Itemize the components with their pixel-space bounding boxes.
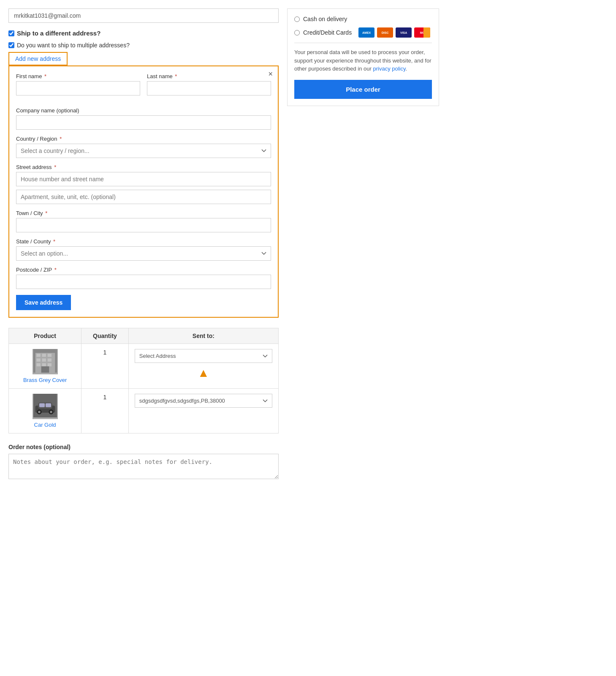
street-label: Street address *: [16, 164, 271, 170]
state-group: State / County * Select an option...: [16, 238, 271, 261]
city-group: Town / City *: [16, 210, 271, 232]
card-label: Credit/Debit Cards: [303, 29, 352, 36]
amex-icon: AMEX: [358, 27, 374, 38]
sent-to-cell-0: Select Address▲: [128, 344, 278, 389]
ship-different-label[interactable]: Ship to a different address?: [8, 30, 279, 37]
last-name-input[interactable]: [147, 81, 271, 95]
personal-data-text: Your personal data will be used to proce…: [294, 48, 432, 73]
svg-rect-15: [39, 403, 45, 407]
svg-rect-16: [46, 403, 51, 407]
product-cell-1: Car Gold: [9, 389, 81, 433]
visa-icon: VISA: [396, 27, 412, 38]
col-sent-to: Sent to:: [128, 328, 278, 344]
place-order-button[interactable]: Place order: [294, 80, 432, 99]
mastercard-icon: MC: [414, 27, 430, 38]
order-notes-textarea[interactable]: [8, 454, 279, 479]
svg-rect-8: [36, 363, 40, 366]
card-radio[interactable]: [294, 30, 300, 35]
ship-different-checkbox[interactable]: [8, 30, 14, 36]
postcode-group: Postcode / ZIP *: [16, 267, 271, 289]
svg-point-20: [50, 411, 52, 413]
sent-to-cell-1: sdgsdgsdfgvsd,sdgsdfgs,PB,38000: [128, 389, 278, 433]
country-label: Country / Region *: [16, 136, 271, 142]
state-select[interactable]: Select an option...: [16, 246, 271, 261]
country-group: Country / Region * Select a country / re…: [16, 136, 271, 158]
svg-rect-7: [47, 358, 51, 361]
postcode-input[interactable]: [16, 275, 271, 289]
svg-rect-2: [36, 354, 40, 357]
svg-rect-3: [42, 354, 46, 357]
col-quantity: Quantity: [81, 328, 129, 344]
svg-rect-10: [47, 363, 51, 366]
close-form-button[interactable]: ×: [268, 70, 273, 79]
cash-option: Cash on delivery: [294, 16, 432, 22]
discover-icon: DISC: [377, 27, 393, 38]
first-name-label: First name *: [16, 73, 140, 79]
product-name-link-0[interactable]: Brass Grey Cover: [23, 377, 67, 383]
products-table: Product Quantity Sent to:: [8, 328, 279, 433]
order-notes-section: Order notes (optional): [8, 444, 279, 480]
state-label: State / County *: [16, 238, 271, 245]
street-input[interactable]: [16, 172, 271, 186]
product-cell-0: Brass Grey Cover: [9, 344, 81, 389]
company-label: Company name (optional): [16, 107, 271, 114]
name-row: First name * Last name *: [16, 73, 271, 101]
save-address-button[interactable]: Save address: [16, 295, 71, 310]
city-label: Town / City *: [16, 210, 271, 216]
company-group: Company name (optional): [16, 107, 271, 130]
svg-rect-9: [42, 363, 46, 366]
company-input[interactable]: [16, 115, 271, 130]
svg-rect-5: [36, 358, 40, 361]
payment-box: Cash on delivery Credit/Debit Cards AMEX…: [287, 8, 439, 106]
order-notes-label: Order notes (optional): [8, 444, 279, 450]
email-value: mrkitkat1031@gmail.com: [14, 12, 81, 19]
col-product: Product: [9, 328, 81, 344]
card-option: Credit/Debit Cards AMEX DISC VISA MC: [294, 27, 432, 38]
multiple-addresses-checkbox[interactable]: [8, 42, 14, 48]
first-name-input[interactable]: [16, 81, 140, 95]
quantity-cell-0: 1: [81, 344, 129, 389]
last-name-label: Last name *: [147, 73, 271, 79]
add-new-address-button[interactable]: Add new address: [8, 52, 68, 65]
arrow-up-icon: ▲: [198, 367, 209, 379]
product-name-link-1[interactable]: Car Gold: [34, 422, 56, 428]
ship-to-different-section: Ship to a different address?: [8, 30, 279, 37]
car-image: [33, 394, 58, 419]
first-name-group: First name *: [16, 73, 140, 95]
privacy-link[interactable]: privacy policy: [373, 65, 405, 72]
svg-rect-4: [47, 354, 51, 357]
address-select-0[interactable]: Select Address: [135, 349, 272, 363]
building-image: [33, 349, 58, 374]
svg-point-18: [38, 411, 41, 413]
postcode-label: Postcode / ZIP *: [16, 267, 271, 273]
email-display: mrkitkat1031@gmail.com: [8, 8, 279, 23]
multiple-addresses-label[interactable]: Do you want to ship to multiple addresse…: [8, 42, 279, 49]
address-select-1[interactable]: sdgsdgsdfgvsd,sdgsdfgs,PB,38000: [135, 394, 272, 408]
divider: [294, 43, 432, 43]
table-row: Brass Grey Cover1Select Address▲: [9, 344, 279, 389]
svg-rect-11: [41, 366, 49, 373]
last-name-group: Last name *: [147, 73, 271, 95]
quantity-cell-1: 1: [81, 389, 129, 433]
cash-radio[interactable]: [294, 16, 300, 22]
city-input[interactable]: [16, 218, 271, 232]
svg-rect-6: [42, 358, 46, 361]
country-select[interactable]: Select a country / region...: [16, 144, 271, 158]
table-row: Car Gold1sdgsdgsdfgvsd,sdgsdfgs,PB,38000: [9, 389, 279, 433]
cash-label: Cash on delivery: [303, 16, 347, 22]
street-address-group: Street address *: [16, 164, 271, 204]
card-icons: AMEX DISC VISA MC: [358, 27, 430, 38]
street2-input[interactable]: [16, 190, 271, 204]
address-form-box: × First name * Last name *: [8, 65, 279, 318]
